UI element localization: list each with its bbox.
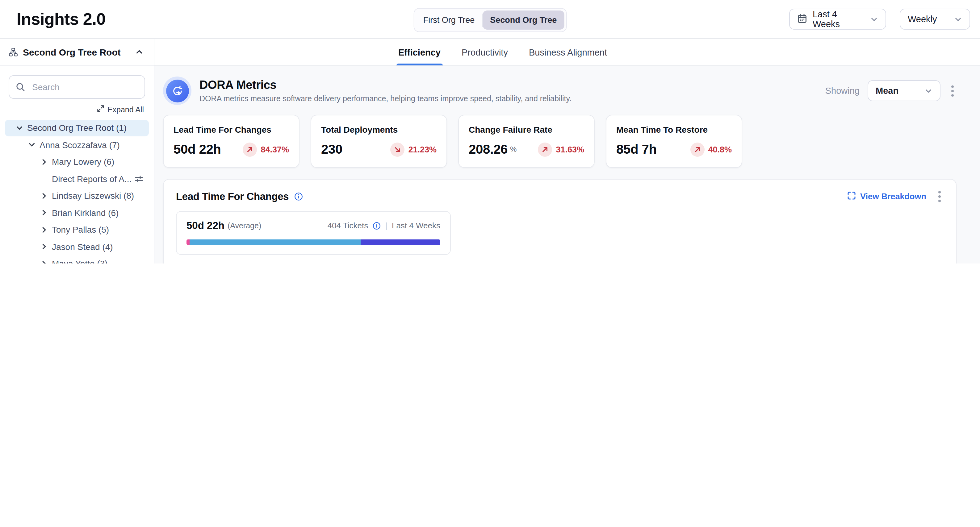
dora-metric-cards: Lead Time For Changes50d 22h84.37%Total …	[163, 115, 956, 168]
tree-item[interactable]: Second Org Tree Root (1)	[5, 120, 149, 136]
org-tree-icon	[9, 48, 18, 57]
tickets-count: 404 Tickets	[328, 221, 368, 230]
tree-item-label: Anna Scozzafava (7)	[40, 140, 120, 150]
tree-item[interactable]: Anna Scozzafava (7)	[5, 137, 149, 153]
date-range-value: Last 4 Weeks	[813, 9, 864, 29]
tree-item-label: Maya Yette (3)	[52, 259, 108, 264]
filter-sliders-icon[interactable]	[135, 175, 143, 183]
chevron-down-icon	[924, 87, 932, 95]
chevron-down-icon[interactable]	[28, 141, 40, 149]
tree-item-label: Brian Kirkland (6)	[52, 208, 119, 218]
main-area: EfficiencyProductivityBusiness Alignment…	[154, 39, 980, 264]
showing-select[interactable]: Mean	[868, 80, 940, 101]
top-bar: Insights 2.0 First Org TreeSecond Org Tr…	[0, 0, 980, 38]
average-value: 50d 22h	[186, 220, 224, 232]
tree-item-label: Jason Stead (4)	[52, 242, 113, 252]
metric-card-title: Mean Time To Restore	[616, 125, 732, 135]
dora-metrics-icon	[163, 76, 191, 105]
divider: |	[385, 221, 388, 230]
phase-distribution-bar	[186, 240, 440, 245]
chevron-right-icon[interactable]	[40, 243, 52, 251]
tree-item-label: Second Org Tree Root (1)	[27, 123, 127, 133]
metric-delta-value: 31.63%	[556, 145, 584, 154]
metric-card-value: 230	[321, 142, 342, 157]
metric-delta: 40.8%	[690, 142, 732, 156]
showing-label: Showing	[825, 86, 859, 96]
sidebar-header-label: Second Org Tree Root	[23, 47, 121, 57]
sidebar-header: Second Org Tree Root	[0, 39, 154, 66]
trend-up-icon	[243, 142, 257, 156]
tab-business-alignment[interactable]: Business Alignment	[529, 39, 607, 65]
org-tree-sidebar: Second Org Tree Root Expand All Second O…	[0, 39, 154, 264]
phase-segment-review	[189, 240, 360, 245]
tree-item[interactable]: Lindsay Liszewski (8)	[5, 187, 149, 204]
metric-delta: 84.37%	[243, 142, 289, 156]
metric-card: Mean Time To Restore85d 7h40.8%	[606, 115, 742, 168]
org-tree-toggle: First Org TreeSecond Org Tree	[414, 8, 567, 32]
tree-item[interactable]: Jason Stead (4)	[5, 238, 149, 255]
chevron-right-icon[interactable]	[40, 260, 52, 264]
tree-item[interactable]: Mary Lowery (6)	[5, 154, 149, 170]
sidebar-search	[9, 75, 145, 99]
trend-up-icon	[538, 142, 552, 156]
metric-card-unit: %	[510, 145, 517, 154]
chevron-right-icon[interactable]	[40, 192, 52, 200]
tree-item-label: Direct Reports of A...	[52, 174, 132, 184]
granularity-select[interactable]: Weekly	[900, 9, 970, 30]
lead-time-panel: Lead Time For Changes View Breakdown	[163, 179, 956, 264]
kebab-menu-icon[interactable]	[948, 84, 956, 98]
view-breakdown-label: View Breakdown	[860, 192, 926, 201]
chevron-right-icon[interactable]	[40, 226, 52, 234]
metric-card-title: Lead Time For Changes	[173, 125, 289, 135]
dora-texts: DORA Metrics DORA metrics measure softwa…	[199, 78, 571, 103]
lead-time-title: Lead Time For Changes	[176, 190, 289, 202]
dora-header: DORA Metrics DORA metrics measure softwa…	[163, 76, 956, 105]
phase-segment-planning	[186, 240, 189, 245]
tree-item[interactable]: Brian Kirkland (6)	[5, 205, 149, 221]
tab-efficiency[interactable]: Efficiency	[398, 39, 441, 65]
collapse-chevron-up-icon[interactable]	[134, 46, 145, 58]
search-icon	[16, 82, 25, 94]
search-input[interactable]	[9, 75, 145, 99]
chevron-down-icon	[954, 15, 962, 23]
metric-card-title: Change Failure Rate	[469, 125, 584, 135]
chevron-right-icon[interactable]	[40, 209, 52, 217]
org-toggle-option-1[interactable]: First Org Tree	[416, 11, 482, 30]
metric-card-value: 50d 22h	[173, 142, 221, 157]
dora-controls: Showing Mean	[825, 80, 956, 101]
average-suffix: (Average)	[228, 221, 261, 230]
tree-item-label: Lindsay Liszewski (8)	[52, 191, 134, 201]
view-breakdown-button[interactable]: View Breakdown	[847, 191, 926, 202]
metric-delta-value: 40.8%	[708, 145, 732, 154]
metric-delta-value: 21.23%	[408, 145, 437, 154]
phase-segment-build	[360, 240, 440, 245]
org-toggle-option-2[interactable]: Second Org Tree	[483, 11, 564, 30]
tab-productivity[interactable]: Productivity	[461, 39, 508, 65]
metric-delta-value: 84.37%	[261, 145, 289, 154]
showing-value: Mean	[876, 86, 899, 96]
expand-all-label: Expand All	[107, 105, 144, 114]
insights-app: Insights 2.0 First Org TreeSecond Org Tr…	[0, 0, 980, 264]
dora-title: DORA Metrics	[199, 78, 571, 92]
tree-item[interactable]: Maya Yette (3)	[5, 256, 149, 264]
expand-all-button[interactable]: Expand All	[10, 105, 144, 114]
info-icon[interactable]	[294, 192, 303, 201]
date-range-select[interactable]: Last 4 Weeks	[789, 9, 886, 30]
kebab-menu-icon[interactable]	[935, 189, 943, 204]
metric-card-value: 208.26	[469, 142, 508, 157]
trend-down-icon	[390, 142, 404, 156]
metric-delta: 31.63%	[538, 142, 584, 156]
chevron-down-icon[interactable]	[16, 124, 27, 132]
lead-time-summary-card: 50d 22h (Average) 404 Tickets | Last 4 W…	[176, 211, 451, 255]
metric-card: Total Deployments23021.23%	[310, 115, 447, 168]
lead-time-panel-header: Lead Time For Changes View Breakdown	[176, 189, 943, 204]
app-title: Insights 2.0	[17, 10, 106, 29]
expand-corners-icon	[847, 191, 856, 202]
info-icon[interactable]	[372, 221, 381, 230]
chevron-right-icon[interactable]	[40, 158, 52, 166]
tree-item[interactable]: Tony Pallas (5)	[5, 222, 149, 238]
dora-description: DORA metrics measure software delivery p…	[199, 94, 571, 103]
tree-item-label: Mary Lowery (6)	[52, 157, 114, 167]
tree-item[interactable]: Direct Reports of A...	[5, 171, 149, 187]
trend-up-icon	[690, 142, 704, 156]
